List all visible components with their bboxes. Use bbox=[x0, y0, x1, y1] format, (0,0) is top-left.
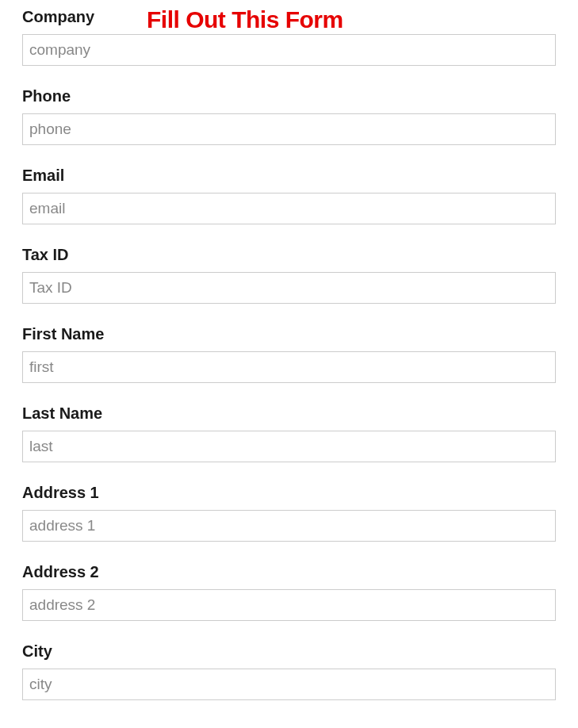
phone-input[interactable] bbox=[22, 113, 556, 145]
last-name-label: Last Name bbox=[22, 404, 556, 423]
address-1-label: Address 1 bbox=[22, 484, 556, 502]
tax-id-group: Tax ID bbox=[22, 246, 556, 304]
phone-group: Phone bbox=[22, 87, 556, 145]
address-1-input[interactable] bbox=[22, 510, 556, 542]
email-group: Email bbox=[22, 167, 556, 224]
tax-id-label: Tax ID bbox=[22, 246, 556, 264]
email-input[interactable] bbox=[22, 193, 556, 224]
company-input[interactable] bbox=[22, 34, 556, 66]
form-title: Fill Out This Form bbox=[147, 6, 343, 33]
email-label: Email bbox=[22, 167, 556, 185]
last-name-group: Last Name bbox=[22, 404, 556, 462]
address-2-label: Address 2 bbox=[22, 563, 556, 581]
address-1-group: Address 1 bbox=[22, 484, 556, 542]
city-group: City bbox=[22, 642, 556, 700]
first-name-input[interactable] bbox=[22, 351, 556, 383]
address-2-group: Address 2 bbox=[22, 563, 556, 621]
address-2-input[interactable] bbox=[22, 589, 556, 621]
city-label: City bbox=[22, 642, 556, 661]
first-name-group: First Name bbox=[22, 325, 556, 383]
last-name-input[interactable] bbox=[22, 431, 556, 462]
form-container: Company Phone Email Tax ID First Name La… bbox=[0, 0, 578, 700]
city-input[interactable] bbox=[22, 669, 556, 700]
first-name-label: First Name bbox=[22, 325, 556, 343]
phone-label: Phone bbox=[22, 87, 556, 105]
tax-id-input[interactable] bbox=[22, 272, 556, 304]
